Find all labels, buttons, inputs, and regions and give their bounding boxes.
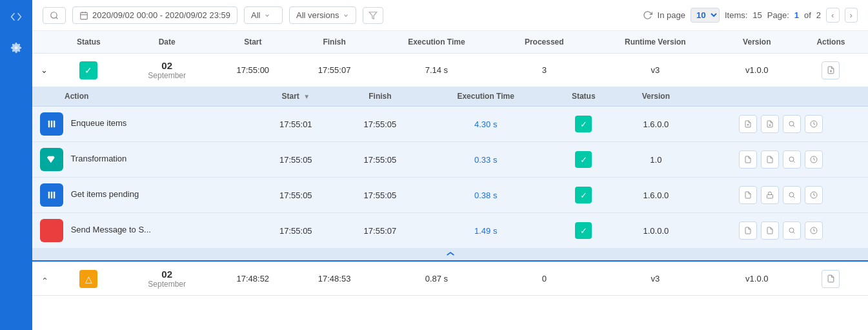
sub-search-btn4[interactable] [783,222,801,240]
finish-col-header: Finish [294,31,375,54]
svg-point-16 [789,157,794,161]
file-in-icon [744,120,752,128]
refresh-icon [643,10,652,20]
svg-rect-19 [51,192,52,199]
status-warning-badge: △ [79,270,97,288]
next-page-button[interactable]: › [845,8,858,23]
sub-file-out-btn[interactable] [761,115,779,133]
sub-search-btn2[interactable] [783,150,801,169]
sub-status-success3: ✓ [575,187,592,203]
status-cell2: △ [56,262,122,296]
svg-line-23 [793,196,794,198]
exec-time-col-header: Execution Time [375,31,498,54]
sub-gauge-btn[interactable] [805,115,823,133]
runtime-version-cell2: v3 [590,262,720,296]
version-cell: v1.0.0 [720,54,794,87]
sub-exec-time-cell: 1.49 s [422,213,549,249]
processed-cell2: 0 [498,262,590,296]
sub-status-cell: ✓ [549,213,618,249]
sub-file-lock-btn3[interactable] [761,186,779,204]
clear-filter-icon [368,11,378,20]
send-message-icon [40,219,63,242]
sub-action-cell: Enqueue items [32,107,254,142]
prev-page-button[interactable]: ‹ [826,8,839,23]
sub-file-in-btn4[interactable] [739,222,757,240]
sub-exec-time-cell: 0.38 s [422,178,549,213]
sub-status-header: Status [549,87,618,107]
file-search-icon [827,66,835,74]
view-action-button[interactable] [822,61,840,79]
sub-file-in-btn2[interactable] [739,150,757,169]
in-page-select[interactable]: 10 20 50 [691,8,720,23]
sub-search-btn3[interactable] [783,186,801,204]
table-row: ⌄ ✓ 02 September 17:55:00 17:55:07 7.14 … [32,54,868,87]
date-cell: 02 September [122,54,212,87]
table-row: › △ 02 September 17:48:52 17:48:53 0.87 … [32,262,868,296]
sub-actions-cell [694,178,868,213]
sub-file-in-btn3[interactable] [739,186,757,204]
sub-file-out-btn4[interactable] [761,222,779,240]
sub-search-btn[interactable] [783,115,801,133]
start-col-header: Start [212,31,294,54]
list-item: Enqueue items 17:55:01 17:55:05 4.30 s ✓ [32,107,868,142]
filter-versions-label: All versions [296,10,339,20]
filter-all-button[interactable]: All [244,6,283,24]
sub-gauge-btn3[interactable] [805,186,823,204]
svg-line-27 [793,232,794,233]
date-range-button[interactable]: 2020/09/02 00:00 - 2020/09/02 23:59 [72,6,237,24]
chevron-right-icon: › [39,277,49,280]
svg-point-14 [789,121,794,126]
search-button[interactable] [43,7,66,24]
expand-cell2[interactable]: › [32,262,56,296]
filter-all-label: All [251,10,260,20]
svg-point-0 [51,12,57,17]
actions-cell [794,54,868,87]
total-pages: 2 [816,10,821,20]
settings-icon[interactable] [7,39,25,57]
page-label: Page: [767,10,789,20]
expand-cell[interactable]: ⌄ [32,54,56,87]
sub-exec-time-header: Execution Time [422,87,549,107]
sub-action-cell: September Transformation [32,142,254,178]
file-icon2 [827,274,835,283]
collapse-icon [445,251,456,257]
filter-versions-button[interactable]: All versions [289,6,356,24]
date-month2: September [130,280,205,289]
sub-start-header: Start ▼ [254,87,338,107]
sub-file-in-btn[interactable] [739,115,757,133]
finish-cell: 17:55:07 [294,54,375,87]
sub-status-success4: ✓ [575,222,592,239]
gauge-icon [810,120,818,128]
code-icon[interactable] [7,8,25,26]
toolbar: 2020/09/02 00:00 - 2020/09/02 23:59 All … [32,0,868,31]
sub-gauge-btn2[interactable] [805,150,823,169]
chevron-down-icon2 [343,12,349,19]
version-col-header: Version [720,31,794,54]
sub-status-success: ✓ [575,116,592,132]
sub-finish-header: Finish [338,87,423,107]
pagination-controls: In page 10 20 50 Items: 15 Page: 1 of 2 … [643,8,858,23]
svg-rect-9 [48,121,50,128]
view-action-button2[interactable] [822,270,840,288]
list-item: September Transformation 17:55:05 17:55:… [32,142,868,178]
sub-actions-cell [694,142,868,178]
sub-status-cell: ✓ [549,178,618,213]
main-content: 2020/09/02 00:00 - 2020/09/02 23:59 All … [32,0,868,330]
runtime-version-col-header: Runtime Version [590,31,720,54]
sub-start-cell: 17:55:05 [254,213,338,249]
sub-file-out-btn2[interactable] [761,150,779,169]
sub-finish-cell: 17:55:05 [338,142,423,178]
sub-gauge-btn4[interactable] [805,222,823,240]
filter-clear-button[interactable] [363,7,383,24]
list-item: Get items pending 17:55:05 17:55:05 0.38… [32,178,868,213]
sub-start-cell: 17:55:05 [254,178,338,213]
refresh-button[interactable] [643,10,652,20]
svg-rect-2 [81,12,88,19]
get-items-icon [40,183,63,207]
svg-point-22 [789,192,794,197]
actions-col-header: Actions [794,31,868,54]
sub-exec-time-cell: 0.33 s [422,142,549,178]
collapse-handle[interactable] [32,248,868,260]
items-count: 15 [752,10,762,20]
date-cell2: 02 September [122,262,212,296]
